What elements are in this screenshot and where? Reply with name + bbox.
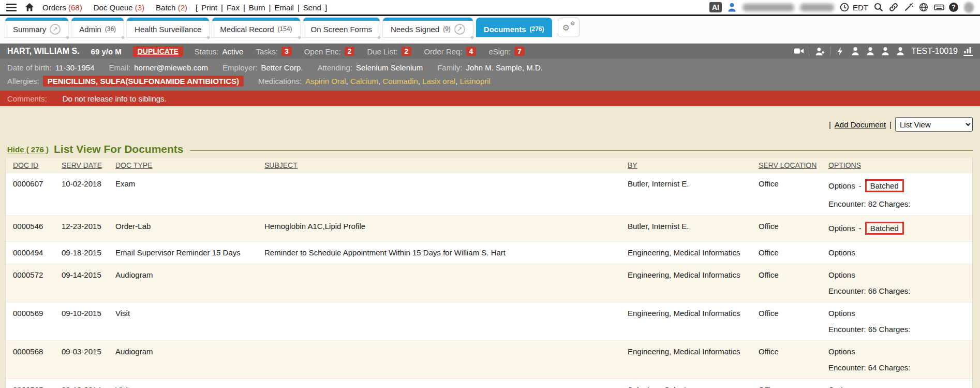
person-icon-1[interactable] xyxy=(851,47,860,56)
clock-icon[interactable] xyxy=(840,3,849,12)
gear-small-icon: ⚙ xyxy=(570,20,575,27)
tab-bar: Summary↗Admin(36)Health SurveillanceMedi… xyxy=(5,18,552,37)
lightning-icon[interactable] xyxy=(836,47,845,56)
duplicate-badge[interactable]: DUPLICATE xyxy=(133,46,183,56)
action-print[interactable]: Print xyxy=(201,3,217,12)
stat-badge[interactable]: 2 xyxy=(345,47,355,56)
table-body: 000060710-02-2018ExamButler, Internist E… xyxy=(6,173,972,388)
allergies-field: Allergies: PENICILLINS, SULFA(SULFONAMID… xyxy=(7,76,244,87)
action-fax[interactable]: Fax xyxy=(227,3,240,12)
stat-badge[interactable]: 3 xyxy=(281,47,292,56)
medications-list: Aspirin Oral, Calcium, Coumadin, Lasix o… xyxy=(305,77,491,85)
keyboard-icon[interactable] xyxy=(934,3,943,12)
stat-label: Order Req: xyxy=(424,47,462,56)
popout-icon[interactable]: ↗ xyxy=(50,24,61,35)
cell-doc-id[interactable]: 0000565 xyxy=(13,385,62,388)
tab-on-screen-forms[interactable]: On Screen Forms xyxy=(303,18,380,37)
popout-icon[interactable]: ↗ xyxy=(454,24,465,35)
field-date-of-birth: Date of birth:11-30-1954 xyxy=(7,63,95,72)
cell-doc-id[interactable]: 0000607 xyxy=(13,179,62,188)
ai-badge[interactable]: AI xyxy=(709,2,722,12)
stat-badge[interactable]: 7 xyxy=(514,47,525,56)
options-link[interactable]: Options xyxy=(828,181,855,190)
medication-link[interactable]: Calcium xyxy=(350,77,378,85)
tab-medical-record[interactable]: Medical Record(154) xyxy=(212,18,300,37)
medication-link[interactable]: Aspirin Oral xyxy=(305,77,346,85)
cell-doc-type: Exam xyxy=(115,179,264,188)
add-document-link[interactable]: Add Document xyxy=(835,120,886,129)
column-header-subject[interactable]: SUBJECT xyxy=(264,161,628,169)
stat-due-list: Due List:2 xyxy=(367,47,411,56)
hide-link[interactable]: Hide ( 276 ) xyxy=(7,145,49,154)
cell-doc-id[interactable]: 0000568 xyxy=(13,347,62,356)
medication-link[interactable]: Lisinopril xyxy=(460,77,491,85)
chart-settings-button[interactable]: ⚙ ⚙ xyxy=(558,18,580,37)
person-icon-3[interactable] xyxy=(881,47,890,56)
allergies-badge[interactable]: PENICILLINS, SULFA(SULFONAMIDE ANTIBIOTI… xyxy=(43,76,244,87)
person-icon-2[interactable] xyxy=(866,47,875,56)
options-link[interactable]: Options xyxy=(828,270,855,279)
stat-value: Active xyxy=(222,47,244,56)
column-header-serv-date[interactable]: SERV DATE xyxy=(62,161,115,169)
medication-link[interactable]: Lasix oral xyxy=(422,77,455,85)
stat-status: Status:Active xyxy=(195,47,244,56)
encounter-link[interactable]: Encounter: 82 Charges: xyxy=(828,199,967,208)
menu-icon[interactable] xyxy=(6,4,17,11)
stat-label: Due List: xyxy=(367,47,397,56)
column-header-by[interactable]: BY xyxy=(628,161,759,169)
person-icon-4[interactable] xyxy=(896,47,905,56)
divider xyxy=(830,47,830,56)
cell-doc-id[interactable]: 0000494 xyxy=(13,248,62,257)
column-header-serv-location[interactable]: SERV LOCATION xyxy=(759,161,828,169)
link-icon[interactable] xyxy=(889,3,898,12)
avatar[interactable] xyxy=(964,2,974,13)
stat-badge[interactable]: 2 xyxy=(402,47,412,56)
column-header-doc-id[interactable]: DOC ID xyxy=(13,161,62,169)
cell-serv-location: Office xyxy=(759,248,828,257)
cell-doc-id[interactable]: 0000569 xyxy=(13,309,62,318)
options-link[interactable]: Options xyxy=(828,248,855,257)
column-header-options[interactable]: OPTIONS xyxy=(828,161,972,169)
menu-item-doc-queue[interactable]: Doc Queue (3) xyxy=(94,3,144,12)
stat-esign: eSign:7 xyxy=(488,47,524,56)
tab-documents[interactable]: Documents(276) xyxy=(476,18,552,37)
menu-item-orders[interactable]: Orders (68) xyxy=(42,3,82,12)
page-title: List View For Documents xyxy=(54,143,184,155)
home-icon[interactable] xyxy=(25,3,34,12)
wand-icon[interactable] xyxy=(904,3,913,12)
globe-icon[interactable] xyxy=(919,3,928,12)
cell-doc-id[interactable]: 0000546 xyxy=(13,222,62,231)
tab-health-surveillance[interactable]: Health Surveillance xyxy=(127,18,209,37)
tab-admin[interactable]: Admin(36) xyxy=(71,18,124,37)
action-email[interactable]: Email xyxy=(274,3,294,12)
encounter-link[interactable]: Encounter: 66 Charges: xyxy=(828,286,967,295)
options-link[interactable]: Options xyxy=(828,385,855,388)
encounter-link[interactable]: Encounter: 65 Charges: xyxy=(828,325,967,334)
encounter-link[interactable]: Encounter: 64 Charges: xyxy=(828,363,967,372)
field-employer: Employer:Better Corp. xyxy=(222,63,303,72)
bar-chart-icon[interactable] xyxy=(963,47,973,56)
user-icon[interactable] xyxy=(727,3,737,12)
cell-serv-date: 09-03-2015 xyxy=(62,347,115,356)
options-link[interactable]: Options xyxy=(828,347,855,356)
menu-item-batch[interactable]: Batch (2) xyxy=(156,3,187,12)
action-burn[interactable]: Burn xyxy=(249,3,265,12)
search-icon[interactable] xyxy=(874,3,883,12)
add-person-icon[interactable] xyxy=(815,47,824,56)
gear-icon: ⚙ xyxy=(562,23,570,33)
cell-doc-id[interactable]: 0000572 xyxy=(13,270,62,279)
action-send[interactable]: Send xyxy=(303,3,321,12)
batched-flag: Batched xyxy=(865,179,904,192)
view-select[interactable]: List View xyxy=(895,117,973,132)
column-header-doc-type[interactable]: DOC TYPE xyxy=(115,161,264,169)
options-link[interactable]: Options xyxy=(828,309,855,318)
medication-link[interactable]: Coumadin xyxy=(382,77,418,85)
video-camera-icon[interactable] xyxy=(794,47,803,56)
field-email: Email:horner@mieweb.com xyxy=(109,63,208,72)
tab-count: (36) xyxy=(105,25,116,33)
options-link[interactable]: Options xyxy=(828,224,855,233)
tab-summary[interactable]: Summary↗ xyxy=(5,18,68,37)
stat-badge[interactable]: 4 xyxy=(466,47,477,56)
help-icon[interactable]: ? xyxy=(949,3,958,12)
tab-needs-signed[interactable]: Needs Signed(9)↗ xyxy=(383,18,473,37)
